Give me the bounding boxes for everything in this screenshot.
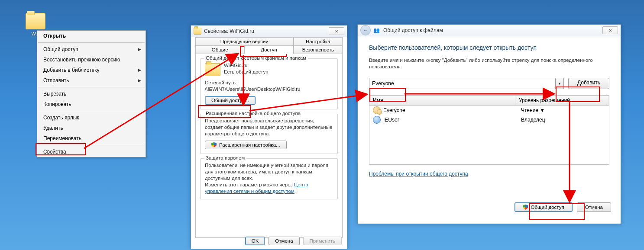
col-name[interactable]: Имя <box>369 96 515 105</box>
row-name: Everyone <box>383 107 521 113</box>
trouble-link[interactable]: Проблемы при открытии общего доступа <box>369 171 468 177</box>
cancel-button[interactable]: Отмена <box>269 237 299 245</box>
table-row[interactable]: IEUser Владелец <box>369 115 609 125</box>
ctx-copy[interactable]: Копировать <box>37 99 146 109</box>
shield-icon <box>211 142 217 147</box>
ctx-rename[interactable]: Переименовать <box>37 133 146 144</box>
add-button[interactable]: Добавить <box>568 78 609 89</box>
share-title: Общий доступ к файлам <box>383 27 443 33</box>
advanced-share-button[interactable]: Расширенная настройка... <box>205 141 287 149</box>
share-confirm-button[interactable]: Общий доступ <box>515 202 572 212</box>
tab-general[interactable]: Общие <box>195 45 244 54</box>
netpath-label: Сетевой путь: <box>205 80 333 86</box>
share-cancel-button[interactable]: Отмена <box>577 202 611 212</box>
properties-titlebar[interactable]: Свойства: WiFiGid.ru ✕ <box>191 26 347 37</box>
advanced-desc: Предоставляет пользовательские разрешени… <box>205 118 333 137</box>
folder-icon <box>205 63 220 76</box>
file-sharing-window: ← 👥 Общий доступ к файлам ✕ Выберите пол… <box>357 24 621 224</box>
group-advanced-title: Расширенная настройка общего доступа <box>204 111 302 116</box>
tabs-row-1: Предыдущие версии Настройка <box>195 37 343 46</box>
properties-title: Свойства: WiFiGid.ru <box>204 28 254 34</box>
properties-window: Свойства: WiFiGid.ru ✕ Предыдущие версии… <box>191 25 347 249</box>
group-netshare-title: Общий доступ к сетевым файлам и папкам <box>204 55 308 61</box>
ctx-open[interactable]: Открыть <box>37 31 146 41</box>
ctx-properties[interactable]: Свойства <box>37 147 146 157</box>
desktop: W... Открыть Общий доступ▶ Восстановить … <box>0 0 644 250</box>
ok-button[interactable]: OK <box>245 237 265 245</box>
password-desc: Пользователи, не имеющие учетной записи … <box>205 162 333 182</box>
tab-security[interactable]: Безопасность <box>294 45 343 54</box>
tab-previous-versions[interactable]: Предыдущие версии <box>195 37 294 46</box>
user-input[interactable] <box>369 78 556 89</box>
tab-customize[interactable]: Настройка <box>294 37 343 46</box>
share-heading: Выберите пользователей, которым следует … <box>369 44 609 51</box>
ctx-addlib[interactable]: Добавить в библиотеку▶ <box>37 65 146 75</box>
context-menu: Открыть Общий доступ▶ Восстановить прежн… <box>37 30 146 157</box>
row-permission[interactable]: Чтение ▼ <box>521 107 605 113</box>
row-name: IEUser <box>383 117 521 123</box>
tab-page-sharing: Общий доступ к сетевым файлам и папкам W… <box>195 54 343 238</box>
password-desc2: Изменить этот параметр можно через <box>205 182 294 187</box>
dropdown-icon[interactable]: ▼ <box>556 78 564 89</box>
back-icon[interactable]: ← <box>360 25 371 35</box>
share-state: Есть общий доступ <box>224 69 268 75</box>
tab-sharing[interactable]: Доступ <box>244 45 293 54</box>
shield-icon <box>523 205 528 210</box>
ctx-delete[interactable]: Удалить <box>37 123 146 133</box>
ctx-cut[interactable]: Вырезать <box>37 89 146 99</box>
ctx-share[interactable]: Общий доступ▶ <box>37 44 146 54</box>
share-table-header: Имя Уровень разрешений <box>369 95 609 106</box>
group-icon <box>373 106 381 114</box>
folder-icon <box>194 28 201 35</box>
people-icon: 👥 <box>373 27 380 33</box>
row-permission: Владелец <box>521 117 605 123</box>
share-titlebar[interactable]: ← 👥 Общий доступ к файлам ✕ <box>358 25 621 36</box>
share-desc: Введите имя и нажмите кнопку "Добавить" … <box>369 57 609 70</box>
ctx-sendto[interactable]: Отправить▶ <box>37 75 146 86</box>
col-permission[interactable]: Уровень разрешений <box>515 96 609 105</box>
close-icon[interactable]: ✕ <box>602 26 618 34</box>
netpath-value: \\IEWIN7\Users\IEUser\Desktop\WiFiGid.ru <box>205 86 333 93</box>
ctx-shortcut[interactable]: Создать ярлык <box>37 112 146 123</box>
user-icon <box>373 116 381 124</box>
apply-button[interactable]: Применить <box>303 237 342 245</box>
group-password-title: Защита паролем <box>204 155 246 160</box>
table-row[interactable]: Everyone Чтение ▼ <box>369 106 609 115</box>
tabs-row-2: Общие Доступ Безопасность <box>195 45 343 54</box>
share-folder-name: WiFiGid.ru <box>224 62 268 69</box>
close-icon[interactable]: ✕ <box>329 27 344 35</box>
user-combo: ▼ Добавить <box>369 78 609 89</box>
share-table-body: Everyone Чтение ▼ IEUser Владелец <box>369 106 609 165</box>
ctx-restore[interactable]: Восстановить прежнюю версию <box>37 54 146 65</box>
folder-icon <box>26 13 45 29</box>
share-button[interactable]: Общий доступ... <box>205 96 256 105</box>
